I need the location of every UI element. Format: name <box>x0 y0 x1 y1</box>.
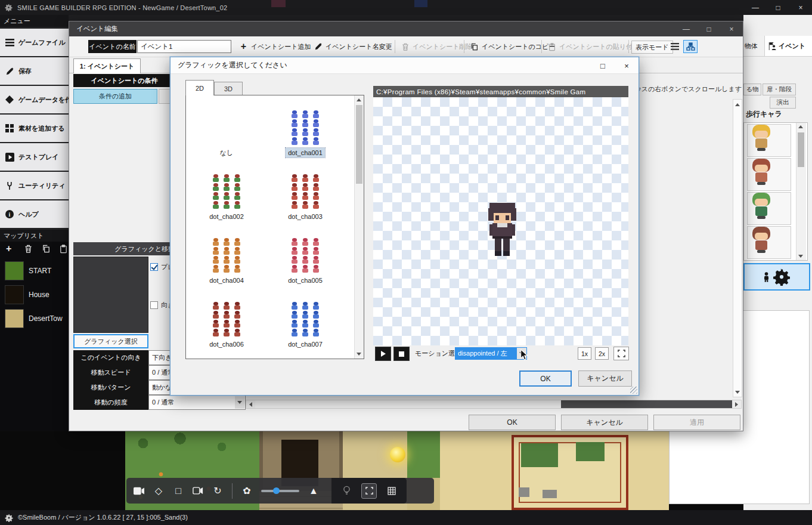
category-tab-decoration[interactable]: る物 <box>743 84 761 95</box>
ok-button[interactable]: OK <box>469 415 556 430</box>
apply-button[interactable]: 適用 <box>653 415 740 430</box>
sidebar-item-utility[interactable]: ユーティリティ <box>0 172 69 199</box>
property-value-frequency[interactable]: 0 / 通常 <box>148 395 246 410</box>
close-button[interactable]: × <box>789 0 812 15</box>
scroll-down-icon[interactable] <box>798 255 803 258</box>
sidebar-item-save[interactable]: 保存 <box>0 57 69 85</box>
close-button[interactable]: × <box>720 21 743 36</box>
copy-map-button[interactable] <box>42 244 51 254</box>
scroll-left-icon[interactable] <box>246 400 255 408</box>
scrollbar-thumb[interactable] <box>356 105 362 184</box>
cube-icon[interactable]: ◇ <box>153 486 164 496</box>
chevron-down-icon[interactable] <box>516 348 526 359</box>
grid-icon[interactable] <box>386 486 397 496</box>
maximize-button[interactable]: □ <box>698 21 720 36</box>
fullscreen-icon[interactable] <box>361 483 377 499</box>
event-name-input[interactable]: イベント1 <box>137 40 231 53</box>
map-thumbnail <box>5 309 24 328</box>
cancel-button[interactable]: キャンセル <box>578 370 632 387</box>
event-list-scrollbar[interactable] <box>733 99 742 397</box>
add-condition-button[interactable]: 条件の追加 <box>73 89 157 104</box>
sprite-list-scrollbar[interactable] <box>354 95 364 359</box>
dialog-titlebar[interactable]: イベント編集 — □ × <box>69 21 743 36</box>
rotate-icon[interactable]: ↻ <box>212 486 223 496</box>
sheet-tab-1[interactable]: 1: イベントシート <box>73 58 141 73</box>
sprite-item[interactable]: dot_cha006 <box>194 299 259 349</box>
maximize-button[interactable]: □ <box>767 0 789 15</box>
tab-2d[interactable]: 2D <box>185 80 214 95</box>
character-list-scrollbar[interactable] <box>796 123 806 260</box>
character-thumbnail[interactable] <box>747 192 791 225</box>
zoom-slider[interactable] <box>261 490 299 492</box>
zoom-2x-button[interactable]: 2x <box>595 347 609 360</box>
camera-icon[interactable] <box>134 486 144 496</box>
sprite-item[interactable]: dot_cha002 <box>194 171 259 221</box>
sidebar-item-gamedata[interactable]: ゲームデータを作 <box>0 86 69 113</box>
scrollbar-thumb[interactable] <box>798 132 804 167</box>
paste-sheet-button[interactable]: イベントシートの貼り付け <box>547 39 639 54</box>
character-thumbnail[interactable] <box>747 124 791 157</box>
tab-event[interactable]: イベント <box>764 36 812 56</box>
sprite-item[interactable]: dot_cha004 <box>194 235 259 285</box>
sprite-item[interactable]: dot_cha007 <box>272 299 338 349</box>
mountain-icon[interactable]: ▲ <box>308 486 319 496</box>
camera-reset-icon[interactable] <box>193 486 203 496</box>
delete-map-button[interactable] <box>24 244 33 254</box>
square-icon[interactable]: □ <box>173 486 184 496</box>
paste-map-button[interactable] <box>59 244 69 254</box>
category-tab-effects[interactable]: 演出 <box>770 97 796 109</box>
character-thumbnail[interactable] <box>747 226 791 259</box>
cancel-button[interactable]: キャンセル <box>561 415 648 430</box>
map-list-item-deserttown[interactable]: DesertTow <box>0 307 69 331</box>
copy-sheet-button[interactable]: イベントシートのコピー <box>470 39 555 54</box>
selected-gear-character[interactable] <box>743 263 810 291</box>
close-button[interactable]: × <box>615 57 639 74</box>
scroll-up-icon[interactable] <box>798 125 803 128</box>
horizontal-scrollbar[interactable] <box>246 400 742 409</box>
zoom-1x-button[interactable]: 1x <box>578 347 591 360</box>
play-button[interactable] <box>375 347 391 361</box>
scrollbar-thumb[interactable] <box>561 400 732 408</box>
dropdown-arrow-icon[interactable] <box>235 396 244 409</box>
stop-button[interactable] <box>393 347 410 361</box>
fullscreen-button[interactable] <box>613 347 629 360</box>
tab-object[interactable]: 物体 <box>745 36 758 56</box>
scroll-up-icon[interactable] <box>733 100 742 109</box>
sprite-item[interactable]: dot_cha001 <box>272 107 338 158</box>
resize-grip[interactable] <box>630 387 637 394</box>
add-map-button[interactable]: + <box>6 244 16 254</box>
category-tab-doors-stairs[interactable]: 扉・階段 <box>763 84 796 95</box>
character-thumbnail[interactable] <box>747 158 791 191</box>
graphic-select-button[interactable]: グラフィック選択 <box>73 334 148 348</box>
dialog-titlebar[interactable]: グラフィックを選択してください □ × <box>171 57 639 74</box>
sprite-item[interactable]: dot_cha003 <box>272 171 338 221</box>
delete-sheet-button[interactable]: イベントシート削除 <box>401 39 473 54</box>
rename-sheet-button[interactable]: イベントシート名変更 <box>314 39 392 54</box>
sprite-item-none[interactable]: なし <box>194 107 259 158</box>
scroll-right-icon[interactable] <box>732 400 741 408</box>
scroll-up-icon[interactable] <box>357 98 361 101</box>
minimize-button[interactable]: — <box>675 21 698 36</box>
map-list-item-start[interactable]: START <box>0 259 69 283</box>
map-list-item-house[interactable]: House <box>0 283 69 307</box>
sidebar-item-gamefile[interactable]: ゲームファイル <box>0 29 69 56</box>
sidebar-item-help[interactable]: i ヘルプ <box>0 200 69 228</box>
maximize-button[interactable]: □ <box>591 57 615 74</box>
lightbulb-icon[interactable] <box>341 486 352 496</box>
scroll-down-icon[interactable] <box>357 353 361 356</box>
ok-button[interactable]: OK <box>519 370 572 387</box>
tab-3d[interactable]: 3D <box>214 82 243 95</box>
scroll-down-icon[interactable] <box>733 388 742 396</box>
add-sheet-button[interactable]: + イベントシート追加 <box>239 39 311 54</box>
sidebar-item-testplay[interactable]: テストプレイ <box>0 143 69 171</box>
slider-thumb[interactable] <box>273 487 280 494</box>
sidebar-item-add-assets[interactable]: 素材を追加する <box>0 115 69 142</box>
motion-dropdown[interactable]: disappointed / 左 <box>455 347 527 360</box>
app-titlebar[interactable]: SMILE GAME BUILDER RPG EDITION - NewGame… <box>0 0 812 15</box>
preview-area[interactable] <box>373 97 628 345</box>
sprite-item[interactable]: dot_cha005 <box>272 235 338 285</box>
tree-view-button[interactable] <box>683 40 698 53</box>
flower-icon[interactable]: ✿ <box>241 486 252 496</box>
list-view-button[interactable] <box>668 40 682 53</box>
minimize-button[interactable]: — <box>744 0 767 15</box>
